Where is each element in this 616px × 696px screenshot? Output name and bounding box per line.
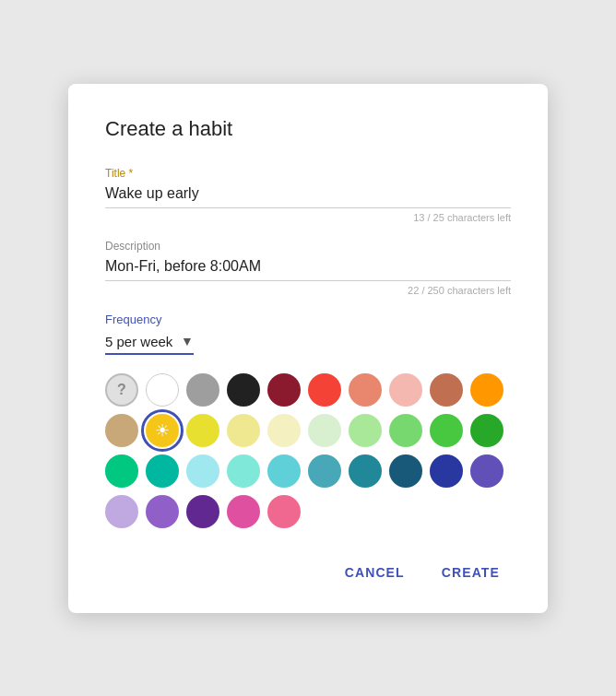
color-pink-light[interactable] [389,373,422,407]
title-field-group: Title * 13 / 25 characters left [105,167,511,223]
color-orange[interactable] [470,373,503,407]
color-dark-purple[interactable] [186,495,219,528]
create-button[interactable]: CREATE [431,558,511,587]
description-label: Description [105,240,511,253]
dialog-actions: CANCEL CREATE [105,550,511,587]
create-habit-dialog: Create a habit Title * 13 / 25 character… [68,84,548,613]
title-input[interactable] [105,183,511,208]
cancel-button[interactable]: CANCEL [334,558,416,587]
sun-icon: ☀ [155,420,170,441]
color-brown[interactable] [430,373,463,407]
color-dark-blue[interactable] [430,454,463,488]
description-input[interactable] [105,256,511,281]
color-white[interactable] [146,373,179,407]
color-hot-pink[interactable] [267,495,301,528]
color-question[interactable]: ? [105,373,138,407]
color-steel-teal[interactable] [308,454,341,488]
frequency-select[interactable]: 1 per week 2 per week 3 per week 4 per w… [105,334,177,349]
color-purple[interactable] [470,454,503,488]
color-row-1: ? [105,373,511,407]
color-navy[interactable] [389,454,422,488]
color-gray[interactable] [186,373,219,407]
color-tan[interactable] [105,414,138,447]
dropdown-arrow-icon: ▼ [181,334,194,348]
color-red[interactable] [308,373,341,407]
color-lavender[interactable] [105,495,138,528]
title-char-count: 13 / 25 characters left [105,212,511,223]
color-dark-red[interactable] [267,373,301,407]
color-mint[interactable] [227,454,260,488]
color-yellow-sun[interactable]: ☀ [146,414,179,447]
color-black[interactable] [227,373,260,407]
color-magenta[interactable] [227,495,260,528]
frequency-select-wrap[interactable]: 1 per week 2 per week 3 per week 4 per w… [105,334,194,355]
color-green[interactable] [430,414,463,447]
frequency-label: Frequency [105,313,511,326]
color-medium-green[interactable] [389,414,422,447]
color-sky[interactable] [267,454,301,488]
color-row-4 [105,495,511,528]
color-light-teal[interactable] [186,454,219,488]
color-teal[interactable] [146,454,179,488]
color-row-2: ☀ [105,414,511,447]
color-teal-dark[interactable] [349,454,382,488]
color-salmon[interactable] [349,373,382,407]
color-grid: ? ☀ [105,373,511,528]
dialog-title: Create a habit [105,117,511,141]
description-field-group: Description 22 / 250 characters left [105,240,511,296]
description-char-count: 22 / 250 characters left [105,285,511,296]
color-yellow[interactable] [186,414,219,447]
color-medium-purple[interactable] [146,495,179,528]
color-row-3 [105,454,511,488]
color-light-yellow[interactable] [227,414,260,447]
title-label: Title * [105,167,511,180]
color-pale-yellow[interactable] [267,414,301,447]
color-dark-green[interactable] [470,414,503,447]
color-pale-green[interactable] [308,414,341,447]
color-light-green[interactable] [349,414,382,447]
color-emerald[interactable] [105,454,138,488]
